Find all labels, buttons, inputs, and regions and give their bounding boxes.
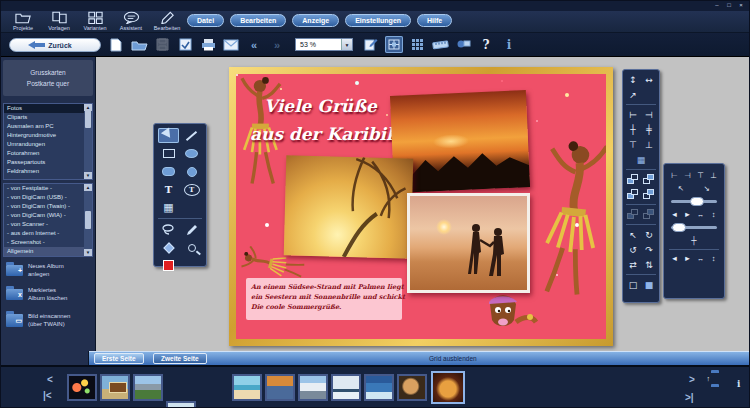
frame-filled-icon[interactable]: ■ xyxy=(642,278,657,291)
tab-erste-seite[interactable]: Erste Seite xyxy=(94,353,144,364)
pen-tool[interactable] xyxy=(181,222,202,237)
photo-couple-beach[interactable] xyxy=(407,193,530,293)
list-item[interactable]: - von Festplatte - xyxy=(4,184,92,193)
thumbnail-ocean-surf[interactable] xyxy=(364,374,394,401)
size-diagonal-icon[interactable]: ↗ xyxy=(626,88,641,101)
list-item[interactable]: Cliparts xyxy=(4,113,92,122)
step-left-icon[interactable]: ◄ xyxy=(669,253,680,264)
filmstrip-last-icon[interactable]: >| xyxy=(685,393,694,403)
center-on-page-icon[interactable]: ▦ xyxy=(634,153,649,166)
new-album-button[interactable]: + Neues Albumanlegen xyxy=(6,263,64,278)
menu-datei[interactable]: Datei xyxy=(187,14,224,27)
nudge-vertical-icon[interactable]: ↕ xyxy=(708,209,719,220)
thumbnail-fireworks[interactable] xyxy=(67,374,97,401)
grid-toggle-status[interactable]: Grid ausblenden xyxy=(429,355,477,362)
line-tool[interactable] xyxy=(181,128,202,143)
card-title-line2[interactable]: aus der Karibik xyxy=(250,124,398,144)
rounded-rect-tool[interactable] xyxy=(158,164,179,179)
select-tool[interactable] xyxy=(158,128,179,143)
nudge-left-icon[interactable]: ◄ xyxy=(669,209,680,220)
rotate-ccw-icon[interactable]: ↺ xyxy=(626,243,641,256)
bring-to-front-icon[interactable] xyxy=(626,173,641,186)
circle-tool[interactable] xyxy=(181,164,202,179)
zoom-tool[interactable] xyxy=(181,240,202,255)
undo-button[interactable]: « xyxy=(245,36,263,53)
crosshair-icon[interactable]: ┼ xyxy=(689,235,700,246)
edit-page-button[interactable] xyxy=(362,36,380,53)
assistant-button[interactable]: Assistent xyxy=(117,11,145,31)
align-left-icon[interactable]: ⊢ xyxy=(626,108,641,121)
flip-vertical-icon[interactable]: ⇅ xyxy=(642,258,657,271)
menu-einstellungen[interactable]: Einstellungen xyxy=(345,14,411,27)
fill-tool[interactable] xyxy=(158,240,179,255)
text-ellipse-tool[interactable]: T xyxy=(181,182,202,197)
fit-view-button[interactable] xyxy=(385,36,403,53)
thumbnail-road-sign[interactable] xyxy=(100,374,130,401)
card-title-line1[interactable]: Viele Grüße xyxy=(264,96,377,116)
grid-button[interactable] xyxy=(408,36,426,53)
validate-button[interactable] xyxy=(176,36,194,53)
filmstrip-next-icon[interactable]: > xyxy=(689,375,695,385)
frame-icon[interactable]: □ xyxy=(626,278,641,291)
back-button[interactable]: Zurück xyxy=(9,38,101,52)
maximize-button[interactable]: □ xyxy=(725,2,733,9)
rotation-slider[interactable] xyxy=(671,226,717,229)
position-top-icon[interactable]: ⊤ xyxy=(695,170,706,181)
list-item[interactable]: - von Scanner - xyxy=(4,220,92,229)
ellipse-tool[interactable] xyxy=(181,146,202,161)
list-item[interactable]: - Screenshot - xyxy=(4,238,92,247)
list-item[interactable]: Ausmalen am PC xyxy=(4,122,92,131)
image-info-button[interactable]: i xyxy=(737,373,740,391)
position-right-icon[interactable]: ⊣ xyxy=(682,170,693,181)
nudge-horizontal-icon[interactable]: ↔ xyxy=(695,209,706,220)
size-horizontal-icon[interactable]: ↔ xyxy=(642,73,657,86)
scan-image-button[interactable]: ▭ Bild einscannen(über TWAIN) xyxy=(6,313,70,328)
print-button[interactable] xyxy=(199,36,217,53)
lasso-tool[interactable] xyxy=(158,222,179,237)
size-vertical-icon[interactable]: ↕ xyxy=(626,73,641,86)
filmstrip-prev-icon[interactable]: < xyxy=(47,375,53,385)
flip-horizontal-icon[interactable]: ⇄ xyxy=(626,258,641,271)
card-canvas[interactable]: Viele Grüße aus der Karibik xyxy=(229,67,613,346)
send-to-back-icon[interactable] xyxy=(642,173,657,186)
slider-thumb[interactable] xyxy=(672,223,686,232)
open-button[interactable] xyxy=(130,36,148,53)
menu-hilfe[interactable]: Hilfe xyxy=(417,14,452,27)
rotate-cw-icon[interactable]: ↻ xyxy=(642,228,657,241)
ungroup-icon[interactable] xyxy=(642,208,657,221)
close-button[interactable]: × xyxy=(737,2,745,9)
text-tool[interactable]: T xyxy=(158,182,179,197)
list-item[interactable]: Hintergrundmotive xyxy=(4,131,92,140)
list-item[interactable]: Passepartouts xyxy=(4,158,92,167)
thumbnail-tree-meadow[interactable] xyxy=(166,401,196,408)
list-item[interactable]: - von DigiCam (Twain) - xyxy=(4,202,92,211)
list-item[interactable]: Fotos xyxy=(4,104,92,113)
thumbnail-alpine-valley[interactable] xyxy=(133,374,163,401)
category-grusskarten[interactable]: Grusskarten xyxy=(30,69,65,76)
bring-forward-icon[interactable] xyxy=(626,188,641,201)
color-swatch[interactable] xyxy=(158,258,179,273)
scrollbar[interactable]: ▲ ▼ xyxy=(84,184,92,256)
list-item[interactable]: Allgemein xyxy=(4,247,92,256)
center-vertical-icon[interactable]: ╪ xyxy=(642,123,657,136)
scroll-up-icon[interactable]: ▲ xyxy=(84,184,92,191)
email-button[interactable] xyxy=(222,36,240,53)
thumbnail-snow-mountain[interactable] xyxy=(298,374,328,401)
center-horizontal-icon[interactable]: ┼ xyxy=(626,123,641,136)
step-vertical-icon[interactable]: ↕ xyxy=(708,253,719,264)
presentation-button[interactable] xyxy=(454,36,472,53)
thumbnail-night-portrait[interactable] xyxy=(397,374,427,401)
new-document-button[interactable] xyxy=(107,36,125,53)
position-left-icon[interactable]: ⊢ xyxy=(669,170,680,181)
align-top-icon[interactable]: ⊤ xyxy=(626,138,641,151)
menu-bearbeiten[interactable]: Bearbeiten xyxy=(230,14,286,27)
thumbnail-autumn-lake[interactable] xyxy=(265,374,295,401)
select-opposite-icon[interactable]: ↘ xyxy=(702,183,713,194)
list-item[interactable]: - von DigiCam (WIA) - xyxy=(4,211,92,220)
list-item[interactable]: - von DigiCam (USB) - xyxy=(4,193,92,202)
variants-button[interactable]: Varianten xyxy=(81,11,109,31)
rotate-right-icon[interactable]: ↷ xyxy=(642,243,657,256)
projects-button[interactable]: Projekte xyxy=(9,11,37,31)
templates-button[interactable]: Vorlagen xyxy=(45,11,73,31)
list-item[interactable]: Fotorahmen xyxy=(4,149,92,158)
